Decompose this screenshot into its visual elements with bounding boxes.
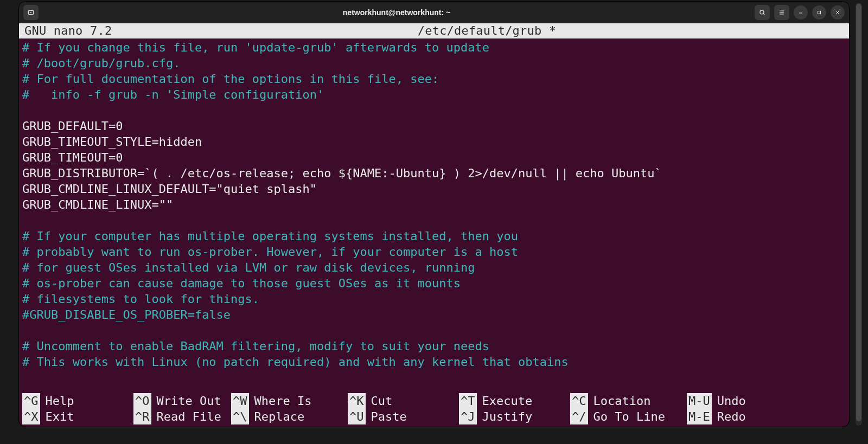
editor-line: #GRUB_DISABLE_OS_PROBER=false	[22, 307, 846, 323]
editor-line: GRUB_CMDLINE_LINUX=""	[22, 197, 846, 213]
menu-button[interactable]	[774, 5, 789, 20]
shortcut-label: Justify	[482, 409, 533, 424]
shortcut-label: Undo	[717, 393, 746, 409]
nano-header-bar: GNU nano 7.2 /etc/default/grub *	[19, 23, 849, 38]
shortcut-key: ^R	[133, 409, 151, 424]
editor-line: GRUB_TIMEOUT=0	[22, 150, 846, 165]
shortcut-key: M-E	[687, 409, 712, 424]
shortcut-key: ^K	[348, 393, 366, 409]
editor-line	[22, 102, 846, 118]
shortcut-write-out: ^OWrite Out	[133, 393, 231, 409]
editor-line	[22, 323, 846, 338]
minimize-icon	[797, 9, 804, 16]
editor-line: # /boot/grub/grub.cfg.	[22, 55, 846, 71]
shortcut-help: ^GHelp	[22, 393, 133, 409]
shortcut-cut: ^KCut	[348, 393, 459, 409]
editor-line: # Uncomment to enable BadRAM filtering, …	[22, 338, 846, 354]
svg-point-3	[760, 10, 764, 14]
editor-line: # For full documentation of the options …	[22, 71, 846, 87]
shortcut-label: Redo	[717, 409, 746, 424]
close-icon	[834, 9, 841, 16]
shortcut-key: ^T	[459, 393, 477, 409]
editor-line: # This works with Linux (no patch requir…	[22, 354, 846, 370]
window-titlebar: networkhunt@networkhunt: ~	[19, 2, 849, 23]
editor-line: # If you change this file, run 'update-g…	[22, 40, 846, 55]
shortcut-label: Cut	[371, 393, 393, 409]
shortcut-go-to-line: ^/Go To Line	[570, 409, 687, 424]
shortcut-exit: ^XExit	[22, 409, 133, 424]
svg-line-4	[763, 14, 765, 15]
nano-file-name: /etc/default/grub *	[418, 24, 556, 37]
close-button[interactable]	[831, 5, 845, 20]
shortcut-undo: M-UUndo	[687, 393, 784, 409]
editor-line: # filesystems to look for things.	[22, 291, 846, 307]
shortcut-label: Where Is	[254, 393, 312, 409]
editor-line: # for guest OSes installed via LVM or ra…	[22, 260, 846, 275]
shortcut-label: Execute	[482, 393, 533, 409]
shortcut-label: Read File	[157, 409, 221, 424]
shortcut-read-file: ^RRead File	[133, 409, 231, 424]
shortcut-paste: ^UPaste	[348, 409, 459, 424]
shortcut-key: ^O	[133, 393, 151, 409]
shortcut-label: Help	[46, 393, 74, 409]
scrollbar-thumb[interactable]	[856, 4, 861, 421]
editor-line: GRUB_DISTRIBUTOR=`( . /etc/os-release; e…	[22, 165, 846, 181]
shortcut-label: Replace	[254, 409, 305, 424]
search-button[interactable]	[755, 5, 770, 20]
search-icon	[758, 9, 766, 16]
hamburger-icon	[778, 9, 786, 16]
svg-rect-9	[818, 11, 821, 14]
shortcut-key: ^G	[22, 393, 40, 409]
shortcut-key: ^J	[459, 409, 477, 424]
editor-line: GRUB_CMDLINE_LINUX_DEFAULT="quiet splash…	[22, 181, 846, 197]
shortcut-label: Write Out	[157, 393, 221, 409]
editor-line: GRUB_TIMEOUT_STYLE=hidden	[22, 134, 846, 150]
nano-editor-area[interactable]: # If you change this file, run 'update-g…	[19, 38, 849, 393]
shortcut-redo: M-ERedo	[687, 409, 784, 424]
editor-line: # If your computer has multiple operatin…	[22, 228, 846, 244]
shortcut-key: ^\	[231, 409, 249, 424]
shortcut-key: ^X	[22, 409, 40, 424]
new-tab-icon	[27, 9, 35, 16]
window-title: networkhunt@networkhunt: ~	[39, 8, 755, 17]
terminal-window: networkhunt@networkhunt: ~	[19, 2, 849, 427]
shortcut-execute: ^TExecute	[459, 393, 570, 409]
new-tab-button[interactable]	[23, 5, 39, 20]
nano-app-name: GNU nano 7.2	[24, 24, 112, 37]
shortcut-key: ^C	[570, 393, 588, 409]
shortcut-key: ^/	[570, 409, 588, 424]
editor-line: GRUB_DEFAULT=0	[22, 118, 846, 134]
shortcut-key: ^W	[231, 393, 249, 409]
maximize-button[interactable]	[812, 5, 826, 20]
editor-line: # os-prober can cause damage to those gu…	[22, 275, 846, 291]
shortcut-key: M-U	[687, 393, 712, 409]
minimize-button[interactable]	[794, 5, 808, 20]
shortcut-justify: ^JJustify	[459, 409, 570, 424]
shortcut-location: ^CLocation	[570, 393, 687, 409]
shortcut-label: Location	[593, 393, 651, 409]
window-scrollbar[interactable]	[856, 3, 862, 426]
shortcut-label: Exit	[46, 409, 74, 424]
editor-line	[22, 213, 846, 228]
shortcut-label: Go To Line	[593, 409, 665, 424]
shortcut-replace: ^\Replace	[231, 409, 348, 424]
shortcut-key: ^U	[348, 409, 366, 424]
editor-line: # info -f grub -n 'Simple configuration'	[22, 87, 846, 102]
maximize-icon	[816, 9, 822, 16]
shortcut-label: Paste	[371, 409, 407, 424]
nano-shortcut-bar: ^GHelp^OWrite Out^WWhere Is^KCut^TExecut…	[19, 393, 849, 427]
editor-line: # probably want to run os-prober. Howeve…	[22, 244, 846, 260]
shortcut-where-is: ^WWhere Is	[231, 393, 348, 409]
